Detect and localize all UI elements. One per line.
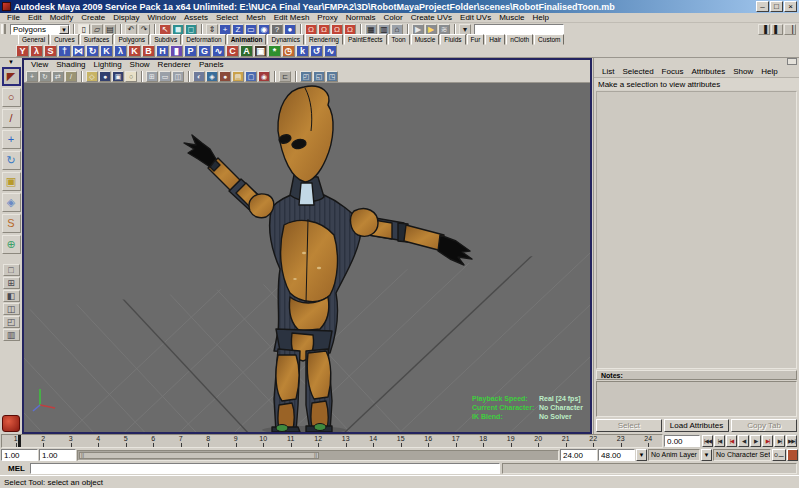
anim-layer-dropdown[interactable]: No Anim Layer: [648, 449, 700, 461]
notes-textarea[interactable]: [596, 381, 797, 417]
frame-tick[interactable]: 22: [580, 435, 608, 447]
redo-icon[interactable]: ↷: [138, 24, 150, 35]
default-material-icon[interactable]: ●: [219, 71, 231, 82]
soft-mod-tool-icon[interactable]: S: [2, 214, 21, 233]
go-to-start-button[interactable]: |◀◀: [702, 435, 713, 447]
snap-point-icon[interactable]: Ω: [331, 24, 343, 35]
frame-tick[interactable]: 8: [195, 435, 223, 447]
select-mask-icon[interactable]: ⇕: [206, 24, 218, 35]
frame-tick[interactable]: 7: [167, 435, 195, 447]
playback-start-field[interactable]: [39, 449, 76, 461]
restore-button[interactable]: □: [770, 1, 783, 12]
frame-tick[interactable]: 2: [30, 435, 58, 447]
animation-end-field[interactable]: [598, 449, 635, 461]
scene-3d-view[interactable]: [24, 83, 590, 432]
isolate-select-icon[interactable]: ▢: [245, 71, 257, 82]
snap-grid-icon[interactable]: Ω: [305, 24, 317, 35]
close-button[interactable]: ×: [784, 1, 797, 12]
joint-tool-icon[interactable]: Y: [16, 45, 29, 57]
viewport-canvas[interactable]: Playback Speed: Real [24 fps] Current Ch…: [24, 83, 590, 432]
playback-end-field[interactable]: [560, 449, 597, 461]
ik-handle-tool-icon[interactable]: λ: [30, 45, 43, 57]
open-scene-icon[interactable]: ▱: [91, 24, 103, 35]
insert-joint-icon[interactable]: †: [58, 45, 71, 57]
wireframe-mode-icon[interactable]: ◇: [86, 71, 98, 82]
frame-tick[interactable]: 6: [140, 435, 168, 447]
texture-ref-icon[interactable]: ▤: [232, 71, 244, 82]
menu-item[interactable]: Display: [109, 13, 143, 23]
connect-icon[interactable]: ↺: [310, 45, 323, 57]
frame-tick[interactable]: 9: [222, 435, 250, 447]
viewport-menu-item[interactable]: Lighting: [90, 60, 126, 70]
menu-item[interactable]: File: [3, 13, 24, 23]
frame-tick[interactable]: 16: [415, 435, 443, 447]
frame-tick[interactable]: 1: [2, 435, 30, 447]
frame-tick[interactable]: 4: [85, 435, 113, 447]
film-gate-icon[interactable]: ▭: [159, 71, 171, 82]
shelf-tab[interactable]: nCloth: [506, 34, 533, 45]
frame-tick[interactable]: 20: [525, 435, 553, 447]
frame-tick[interactable]: 11: [277, 435, 305, 447]
frame-tick[interactable]: 13: [332, 435, 360, 447]
go-to-end-button[interactable]: ▶▶|: [786, 435, 797, 447]
show-attribute-editor-icon[interactable]: ▐: [758, 24, 770, 35]
frame-tick[interactable]: 17: [442, 435, 470, 447]
mirror-joint-icon[interactable]: ⋈: [72, 45, 85, 57]
camera-dolly-icon[interactable]: /: [65, 71, 77, 82]
scale-tool-icon[interactable]: ▣: [2, 172, 21, 191]
constraint-icon[interactable]: A: [240, 45, 253, 57]
quick-selection-input[interactable]: [474, 24, 564, 35]
step-back-key-button[interactable]: |◀: [726, 435, 737, 447]
shelf-tab[interactable]: Fur: [467, 34, 485, 45]
graph-editor-icon[interactable]: ∿: [324, 45, 337, 57]
viewport-menu-item[interactable]: View: [27, 60, 52, 70]
orient-joint-icon[interactable]: ↻: [86, 45, 99, 57]
attribute-editor-menu-item[interactable]: Attributes: [687, 67, 729, 77]
textured-mode-icon[interactable]: ▣: [112, 71, 124, 82]
frame-tick[interactable]: 21: [552, 435, 580, 447]
camera-based-select-icon[interactable]: ◉: [258, 24, 270, 35]
attribute-editor-menu-item[interactable]: Focus: [658, 67, 688, 77]
undo-icon[interactable]: ↶: [125, 24, 137, 35]
universal-manip-tool-icon[interactable]: ◈: [2, 193, 21, 212]
shelf-tab[interactable]: Fluids: [440, 34, 465, 45]
select-tool-icon[interactable]: ◤: [2, 67, 21, 86]
menu-item[interactable]: Muscle: [495, 13, 528, 23]
shelf-tab[interactable]: Hair: [485, 34, 505, 45]
frame-tick[interactable]: 24: [635, 435, 663, 447]
layout-relationship-icon[interactable]: ▥: [3, 329, 20, 341]
shelf-popup-arrow-icon[interactable]: ▼: [8, 59, 14, 65]
shelf-tab[interactable]: Dynamics: [267, 34, 304, 45]
minimize-button[interactable]: –: [756, 1, 769, 12]
help-mode-icon[interactable]: ?: [271, 24, 283, 35]
ik-spline-tool-icon[interactable]: S: [44, 45, 57, 57]
camera-track-icon[interactable]: ⇄: [52, 71, 64, 82]
frame-tick[interactable]: 19: [497, 435, 525, 447]
new-scene-icon[interactable]: ▯: [78, 24, 90, 35]
menu-item[interactable]: Edit: [24, 13, 46, 23]
menu-item[interactable]: Edit UVs: [456, 13, 495, 23]
select-hierarchy-icon[interactable]: ↖: [159, 24, 171, 35]
shelf-tab[interactable]: Animation: [227, 34, 267, 45]
load-attributes-button[interactable]: Load Attributes: [664, 419, 730, 432]
grid-toggle-icon[interactable]: ⊞: [146, 71, 158, 82]
render-frame-icon[interactable]: ▶: [412, 24, 424, 35]
set-breakdown-icon[interactable]: B: [142, 45, 155, 57]
anim-layer-dropdown-icon[interactable]: ▼: [636, 449, 647, 461]
show-manip-tool-icon[interactable]: ⊕: [2, 235, 21, 254]
gate-frame-icon[interactable]: ⊏: [279, 71, 291, 82]
set-driven-key-icon[interactable]: k: [296, 45, 309, 57]
ipr-render-icon[interactable]: ▶: [425, 24, 437, 35]
selection-mode-dropdown[interactable]: Polygons ▼: [10, 24, 70, 35]
menu-item[interactable]: Modify: [46, 13, 78, 23]
shelf-tab[interactable]: Curves: [50, 34, 79, 45]
attribute-editor-menu-item[interactable]: Help: [757, 67, 781, 77]
snap-curve-icon[interactable]: Ω: [318, 24, 330, 35]
attribute-editor-menu-item[interactable]: Show: [729, 67, 757, 77]
attribute-editor-menu-item[interactable]: Selected: [618, 67, 657, 77]
layout-persp-graph-icon[interactable]: ◫: [3, 303, 20, 315]
layout-hypershade-icon[interactable]: ◰: [3, 316, 20, 328]
menu-item[interactable]: Color: [380, 13, 407, 23]
auto-keyframe-toggle[interactable]: o⚊: [772, 449, 786, 461]
select-object-icon[interactable]: ◼: [172, 24, 184, 35]
